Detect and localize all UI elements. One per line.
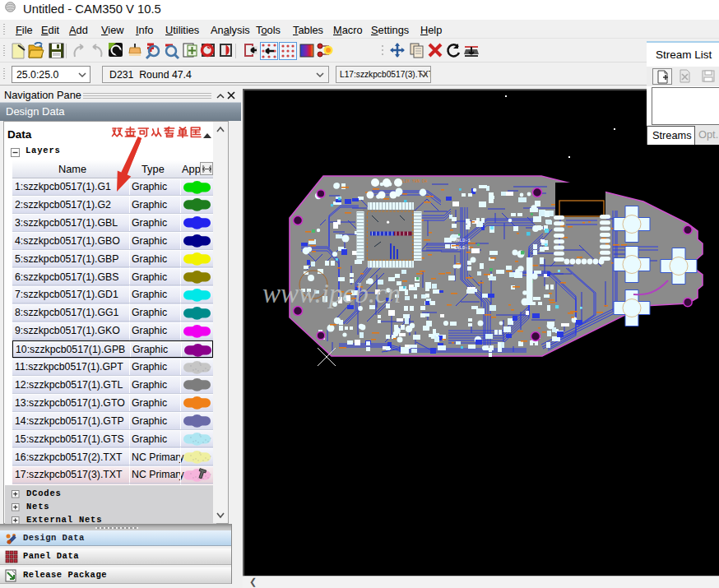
svg-text:www.ipcb.cn: www.ipcb.cn — [262, 279, 401, 308]
svg-text:GNLD-1: GNLD-1 — [454, 245, 471, 251]
svg-text:MNLD-1: MNLD-1 — [454, 238, 471, 243]
